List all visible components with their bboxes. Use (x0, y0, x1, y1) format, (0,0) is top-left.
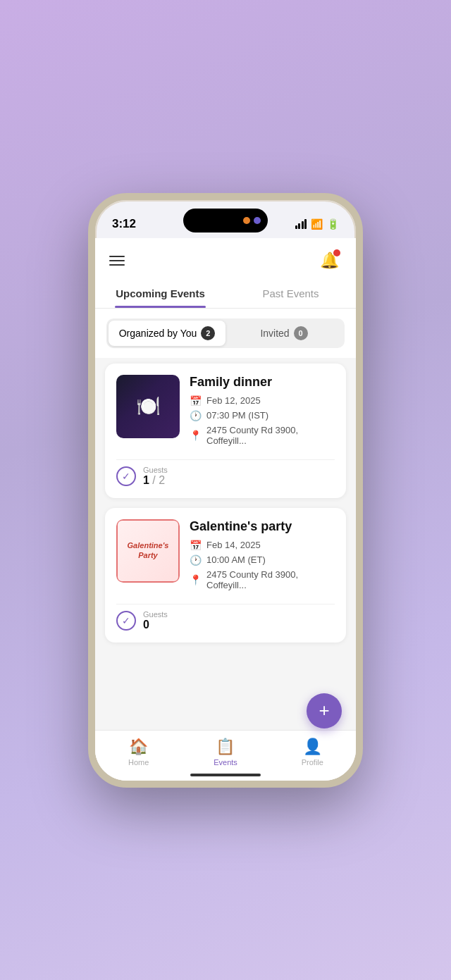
sub-tab-organized-label: Organized by You (119, 328, 197, 339)
nav-label-profile: Profile (302, 758, 323, 767)
mute-button[interactable] (88, 261, 90, 279)
event-location-galentine: 📍 2475 County Rd 3900, Coffeyill... (190, 569, 335, 590)
dynamic-island (183, 209, 268, 232)
volume-down-button[interactable] (88, 317, 90, 341)
home-indicator (190, 774, 261, 776)
sub-tab-invited-label: Invited (260, 328, 289, 339)
event-image-galentine: Galentine'sParty (116, 519, 180, 583)
phone-shell: 3:12 📶 🔋 (88, 193, 363, 788)
notification-badge (333, 249, 340, 256)
calendar-icon-2: 📅 (190, 540, 202, 551)
check-circle-icon-2: ✓ (116, 611, 136, 631)
tab-past-events[interactable]: Past Events (226, 279, 356, 308)
volume-up-button[interactable] (88, 285, 90, 309)
app-header: 🔔 (95, 238, 356, 279)
nav-label-events: Events (214, 758, 237, 767)
guests-confirmed-galentine: 0 (143, 619, 149, 631)
island-dot-purple (254, 217, 261, 224)
nav-label-home: Home (128, 758, 149, 767)
notification-button[interactable]: 🔔 (316, 248, 342, 273)
nav-item-home[interactable]: 🏠 Home (95, 738, 182, 767)
status-icons: 📶 🔋 (295, 218, 340, 230)
event-location-family-dinner: 📍 2475 County Rd 3900, Coffeyill... (190, 425, 335, 446)
location-icon-2: 📍 (190, 574, 202, 585)
signal-icon (295, 219, 307, 229)
island-dot-orange (243, 217, 250, 224)
clock-icon-2: 🕐 (190, 554, 202, 566)
clock-icon: 🕐 (190, 410, 202, 421)
invited-count-badge: 0 (294, 326, 308, 340)
organized-count-badge: 2 (201, 326, 215, 340)
event-time-family-dinner: 🕐 07:30 PM (IST) (190, 410, 335, 421)
sub-tab-invited[interactable]: Invited 0 (226, 321, 342, 346)
home-icon: 🏠 (129, 738, 148, 756)
sub-tabs: Organized by You 2 Invited 0 (106, 318, 345, 348)
main-tabs: Upcoming Events Past Events (95, 279, 356, 309)
event-date-family-dinner: 📅 Feb 12, 2025 (190, 395, 335, 407)
event-card-family-dinner[interactable]: 🍽️ Family dinner 📅 Feb 12, 2025 🕐 07:30 … (105, 364, 346, 498)
menu-button[interactable] (109, 256, 125, 266)
guests-total-family: / 2 (152, 474, 165, 486)
calendar-icon: 📅 (190, 395, 202, 407)
event-image-family-dinner: 🍽️ (116, 375, 180, 438)
event-date-galentine: 📅 Feb 14, 2025 (190, 540, 335, 551)
event-card-galentine-party[interactable]: Galentine'sParty Galentine's party 📅 Feb… (105, 508, 346, 643)
profile-icon: 👤 (303, 738, 322, 756)
nav-item-profile[interactable]: 👤 Profile (269, 738, 356, 767)
nav-item-events[interactable]: 📋 Events (182, 738, 268, 767)
power-button[interactable] (361, 292, 363, 334)
sub-tab-organized[interactable]: Organized by You 2 (109, 321, 226, 346)
tab-upcoming-events[interactable]: Upcoming Events (95, 279, 226, 308)
screen: 🔔 Upcoming Events Past Events Organized … (95, 238, 356, 781)
wifi-icon: 📶 (311, 218, 323, 230)
event-time-galentine: 🕐 10:00 AM (ET) (190, 554, 335, 566)
guests-confirmed-family: 1 (143, 474, 149, 486)
check-circle-icon: ✓ (116, 466, 136, 486)
event-title-galentine: Galentine's party (190, 519, 335, 534)
add-event-button[interactable]: + (307, 693, 342, 728)
events-icon: 📋 (216, 738, 235, 756)
location-icon: 📍 (190, 430, 202, 441)
battery-icon: 🔋 (327, 218, 339, 230)
status-time: 3:12 (112, 217, 136, 231)
event-title-family-dinner: Family dinner (190, 375, 335, 390)
guests-row-family-dinner: ✓ Guests 1 / 2 (116, 459, 335, 487)
guests-row-galentine: ✓ Guests 0 (116, 604, 335, 631)
